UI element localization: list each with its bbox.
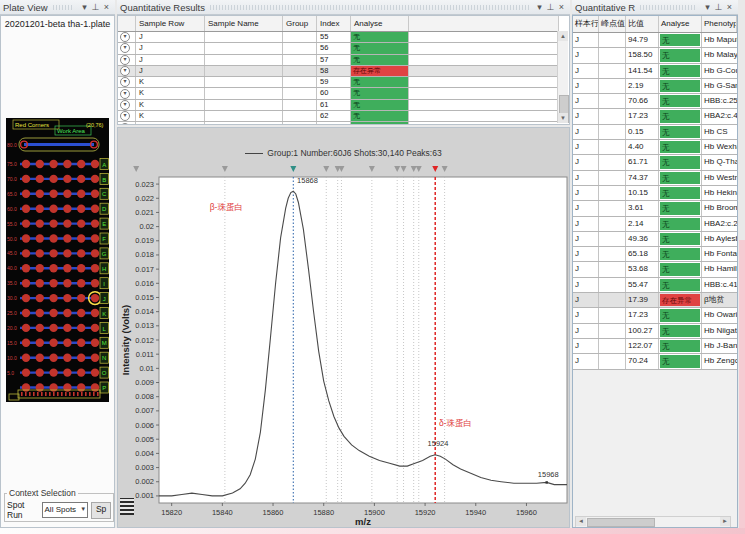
table-row[interactable]: ▾J57无: [118, 55, 559, 66]
table-row[interactable]: J53.68无Hb Hamilton: [573, 262, 737, 277]
column-header[interactable]: Phenotype Nam: [702, 16, 737, 32]
plate-spot[interactable]: [91, 368, 99, 376]
plate-spot[interactable]: [36, 175, 44, 183]
plate-spot[interactable]: [77, 190, 85, 198]
table-row[interactable]: J122.07无Hb J-Bangkok: [573, 339, 737, 354]
plate-spot[interactable]: [22, 205, 30, 213]
plate-spot[interactable]: [36, 324, 44, 332]
plate-spot[interactable]: [49, 205, 57, 213]
plate-spot[interactable]: [49, 309, 57, 317]
plate-spot[interactable]: [63, 324, 71, 332]
plate-spot[interactable]: [63, 234, 71, 242]
spot-run-dropdown[interactable]: All Spots ▼: [42, 502, 89, 518]
row-expander[interactable]: ▾: [118, 77, 136, 87]
plate-spot[interactable]: [91, 160, 99, 168]
plate-image[interactable]: Red CornersWork Area(20,76)80.075.0A70.0…: [6, 118, 109, 402]
plate-spot[interactable]: [91, 190, 99, 198]
plate-spot[interactable]: [22, 249, 30, 257]
plate-spot[interactable]: [22, 160, 30, 168]
pin-icon[interactable]: ⊥: [545, 2, 556, 13]
spectrum-plot[interactable]: 158681592415968β-珠蛋白δ-珠蛋白158201584015860…: [118, 128, 571, 529]
table-row[interactable]: J70.66无HBB:c.255_264(H: [573, 94, 737, 109]
plate-spot[interactable]: [77, 324, 85, 332]
table-row[interactable]: J55.47无HBB:c.41C>T|Hb: [573, 278, 737, 293]
plate-spot[interactable]: [91, 354, 99, 362]
plate-spot[interactable]: [36, 339, 44, 347]
plate-spot[interactable]: [49, 234, 57, 242]
plate-spot[interactable]: [77, 234, 85, 242]
plate-spot[interactable]: [91, 249, 99, 257]
table-row[interactable]: J141.54无Hb G-Coushatta: [573, 64, 737, 79]
table-row[interactable]: J100.27无Hb Niigata(>C): [573, 324, 737, 339]
plate-spot[interactable]: [36, 205, 44, 213]
column-header[interactable]: 样本行: [573, 16, 599, 32]
close-icon[interactable]: ×: [101, 2, 112, 13]
plate-spot[interactable]: [63, 175, 71, 183]
plate-spot[interactable]: [63, 309, 71, 317]
column-header[interactable]: Analyse: [659, 16, 702, 32]
plate-spot[interactable]: [91, 234, 99, 242]
table-row[interactable]: J94.79无Hb Maputo: [573, 33, 737, 48]
plate-spot[interactable]: [22, 368, 30, 376]
column-header[interactable]: Index: [317, 16, 351, 31]
table-row[interactable]: J2.19无Hb G-San José: [573, 79, 737, 94]
table-row[interactable]: ▾J58存在异常: [118, 66, 559, 77]
plate-spot[interactable]: [77, 249, 85, 257]
plate-spot[interactable]: [63, 339, 71, 347]
column-header[interactable]: Sample Row: [136, 16, 205, 31]
scroll-left-arrow[interactable]: ◄: [576, 517, 586, 526]
scroll-right-arrow[interactable]: ►: [720, 517, 730, 526]
plate-spot[interactable]: [36, 234, 44, 242]
column-header[interactable]: Group: [283, 16, 317, 31]
plate-spot[interactable]: [49, 383, 57, 391]
plate-spot[interactable]: [36, 219, 44, 227]
plate-spot[interactable]: [91, 309, 99, 317]
plate-spot[interactable]: [77, 160, 85, 168]
close-icon[interactable]: ×: [724, 2, 735, 13]
plate-spot[interactable]: [49, 264, 57, 272]
table-row[interactable]: J17.39存在异常β地贫: [573, 293, 737, 308]
plate-spot[interactable]: [36, 354, 44, 362]
table-row[interactable]: ▾K63无: [118, 122, 559, 125]
table-row[interactable]: J49.36无Hb Aylesbury|HB: [573, 232, 737, 247]
close-icon[interactable]: ×: [556, 2, 567, 13]
chevron-down-icon[interactable]: ▾: [534, 2, 545, 13]
plate-spot[interactable]: [36, 264, 44, 272]
chevron-down-icon[interactable]: ▾: [79, 2, 90, 13]
plate-spot[interactable]: [22, 324, 30, 332]
plate-spot[interactable]: [91, 264, 99, 272]
table-row[interactable]: J65.18无Hb Fontaineblea: [573, 247, 737, 262]
plate-spot[interactable]: [22, 339, 30, 347]
plate-spot[interactable]: [91, 279, 99, 287]
plate-spot[interactable]: [77, 294, 85, 302]
plate-spot[interactable]: [49, 324, 57, 332]
plate-spot[interactable]: [22, 219, 30, 227]
plate-spot[interactable]: [49, 160, 57, 168]
plate-spot[interactable]: [63, 219, 71, 227]
row-expander[interactable]: ▾: [118, 122, 136, 125]
plate-spot[interactable]: [49, 175, 57, 183]
plate-file-tree-item[interactable]: 20201201-beta tha-1.plate: [1, 16, 114, 29]
plate-spot[interactable]: [77, 383, 85, 391]
plate-spot[interactable]: [22, 354, 30, 362]
plate-spot[interactable]: [22, 175, 30, 183]
plate-spot[interactable]: [22, 383, 30, 391]
plate-spot[interactable]: [63, 354, 71, 362]
table-row[interactable]: J17.23无HBA2:c.41C>T|H: [573, 109, 737, 124]
table-row[interactable]: J61.71无Hb Q-Thailand: [573, 155, 737, 170]
plate-spot[interactable]: [36, 249, 44, 257]
plate-spot[interactable]: [36, 279, 44, 287]
plate-spot[interactable]: [63, 205, 71, 213]
plate-spot[interactable]: [63, 249, 71, 257]
scrollbar-thumb[interactable]: [587, 518, 655, 527]
plate-spot[interactable]: [77, 205, 85, 213]
plate-spot[interactable]: [49, 368, 57, 376]
plate-spot[interactable]: [49, 339, 57, 347]
plate-spot[interactable]: [22, 264, 30, 272]
row-expander[interactable]: ▾: [118, 43, 136, 53]
plate-spot[interactable]: [22, 294, 30, 302]
table-row[interactable]: J74.37无Hb Westmead: [573, 171, 737, 186]
table-row[interactable]: ▾K59无: [118, 77, 559, 88]
horizontal-scrollbar[interactable]: ◄ ►: [575, 516, 731, 528]
plate-spot[interactable]: [49, 190, 57, 198]
